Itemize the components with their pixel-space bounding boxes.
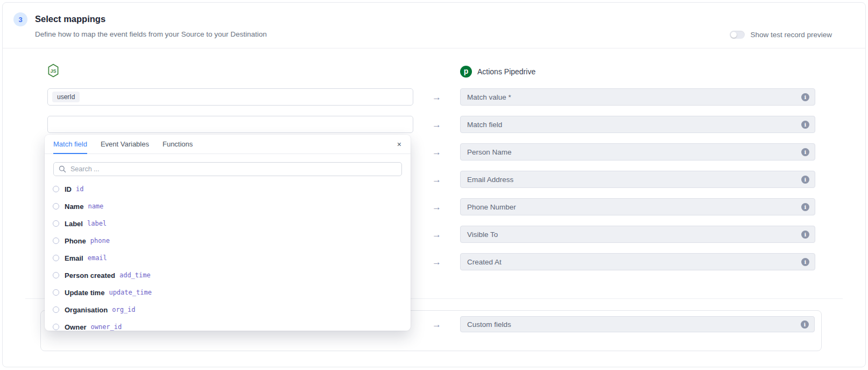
option-code: add_time	[119, 271, 151, 279]
arrow-right-icon: →	[432, 203, 441, 212]
option-update-time[interactable]: Update time update_time	[45, 284, 411, 301]
variable-chip[interactable]: userId	[52, 92, 80, 102]
info-icon[interactable]: i	[801, 231, 809, 239]
header: 3 Select mappings Define how to map the …	[3, 3, 865, 48]
toggle-knob-icon	[731, 32, 737, 38]
option-label-field[interactable]: Label label	[45, 215, 411, 232]
option-id[interactable]: ID id	[45, 180, 411, 198]
select-mappings-panel: 3 Select mappings Define how to map the …	[2, 2, 866, 367]
destination-field-phone-number[interactable]: Phone Number i	[460, 198, 815, 215]
field-picker-dropdown: Match field Event Variables Functions ×	[45, 135, 411, 331]
option-code: id	[76, 185, 83, 193]
option-code: owner_id	[90, 323, 122, 331]
destination-field-custom-fields[interactable]: Custom fields i	[460, 316, 815, 332]
nodejs-icon: JS	[47, 70, 59, 79]
option-organisation[interactable]: Organisation org_id	[45, 301, 411, 318]
radio-icon[interactable]	[53, 272, 59, 278]
option-phone[interactable]: Phone phone	[45, 232, 411, 249]
arrow-right-icon: →	[432, 120, 441, 129]
radio-icon[interactable]	[53, 324, 59, 330]
mapping-row: userId → Match value * i	[47, 88, 843, 106]
destination-platform-header: p Actions Pipedrive	[460, 66, 815, 78]
option-label: Label	[65, 220, 83, 228]
option-label: Email	[65, 254, 83, 262]
info-icon[interactable]: i	[801, 320, 809, 329]
destination-field-person-name[interactable]: Person Name i	[460, 143, 815, 160]
option-label: Person created	[65, 271, 115, 280]
option-person-created[interactable]: Person created add_time	[45, 267, 411, 284]
option-code: email	[88, 254, 107, 262]
info-icon[interactable]: i	[801, 148, 809, 156]
arrow-right-icon: →	[432, 230, 441, 239]
option-label: Phone	[65, 237, 86, 245]
radio-icon[interactable]	[53, 289, 59, 296]
dropdown-search	[53, 162, 402, 176]
source-platform-header: JS	[47, 64, 413, 80]
destination-field-match-value[interactable]: Match value * i	[460, 88, 815, 106]
info-icon[interactable]: i	[801, 258, 809, 266]
option-owner[interactable]: Owner owner_id	[45, 318, 411, 331]
destination-field-label: Custom fields	[467, 320, 511, 329]
destination-field-label: Person Name	[467, 148, 512, 156]
search-icon	[59, 165, 66, 173]
show-test-record-preview-toggle[interactable]: Show test record preview	[730, 31, 832, 39]
option-code: org_id	[112, 306, 135, 313]
toggle-label: Show test record preview	[750, 31, 832, 39]
toggle-track-icon[interactable]	[730, 31, 745, 39]
tab-event-variables[interactable]: Event Variables	[101, 135, 149, 154]
option-code: label	[87, 220, 107, 227]
source-mapping-input-1[interactable]: userId	[47, 88, 413, 106]
info-icon[interactable]: i	[801, 93, 809, 101]
pipedrive-icon: p	[460, 66, 472, 78]
option-code: update_time	[109, 289, 151, 296]
dropdown-option-list: ID id Name name Label label	[45, 180, 411, 331]
step-number-badge: 3	[13, 12, 27, 26]
option-name[interactable]: Name name	[45, 198, 411, 215]
radio-icon[interactable]	[53, 238, 59, 244]
mappings-section: JS p Actions Pipedrive userId	[25, 48, 843, 299]
destination-field-label: Email Address	[467, 176, 513, 184]
destination-field-match-field[interactable]: Match field i	[460, 116, 815, 133]
option-label: Owner	[65, 323, 86, 331]
destination-field-label: Created At	[467, 258, 502, 266]
destination-field-label: Visible To	[467, 231, 498, 239]
destination-field-visible-to[interactable]: Visible To i	[460, 226, 815, 243]
radio-icon[interactable]	[53, 186, 59, 192]
destination-field-email-address[interactable]: Email Address i	[460, 171, 815, 188]
arrow-right-icon: →	[432, 320, 441, 329]
destination-field-label: Match value *	[467, 93, 511, 101]
option-code: name	[88, 203, 103, 210]
search-input[interactable]	[53, 162, 402, 176]
radio-icon[interactable]	[53, 306, 59, 313]
option-label: Update time	[65, 289, 104, 297]
tab-functions[interactable]: Functions	[163, 135, 193, 154]
destination-field-label: Phone Number	[467, 203, 516, 211]
svg-text:JS: JS	[50, 68, 56, 73]
mapping-area: JS p Actions Pipedrive userId	[3, 48, 865, 351]
dropdown-tabs: Match field Event Variables Functions ×	[45, 135, 411, 154]
destination-field-created-at[interactable]: Created At i	[460, 253, 815, 270]
page-subtitle: Define how to map the event fields from …	[35, 30, 267, 38]
info-icon[interactable]: i	[801, 203, 809, 211]
radio-icon[interactable]	[53, 255, 59, 261]
tab-match-field[interactable]: Match field	[53, 135, 87, 154]
destination-title: Actions Pipedrive	[477, 67, 535, 76]
source-mapping-input-2[interactable]	[47, 116, 413, 133]
radio-icon[interactable]	[53, 203, 59, 210]
option-email[interactable]: Email email	[45, 249, 411, 267]
arrow-right-icon: →	[432, 175, 441, 184]
radio-icon[interactable]	[53, 220, 59, 227]
arrow-right-icon: →	[432, 257, 441, 267]
info-icon[interactable]: i	[801, 176, 809, 184]
info-icon[interactable]: i	[801, 121, 809, 129]
option-code: phone	[90, 237, 110, 245]
arrow-right-icon: →	[432, 148, 441, 157]
arrow-right-icon: →	[432, 93, 441, 102]
option-label: Organisation	[65, 306, 108, 314]
platform-icons-row: JS p Actions Pipedrive	[47, 64, 843, 79]
option-label: ID	[65, 185, 72, 193]
option-label: Name	[65, 203, 83, 211]
mapping-row: → Match field i	[47, 116, 843, 133]
close-icon[interactable]: ×	[397, 141, 401, 148]
page-title: Select mappings	[35, 14, 105, 24]
